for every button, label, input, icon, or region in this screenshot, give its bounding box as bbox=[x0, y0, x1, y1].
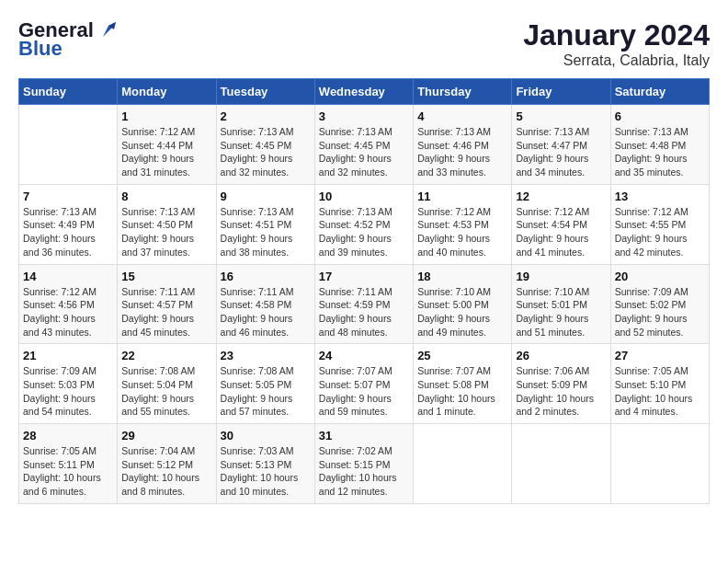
day-info: Sunrise: 7:11 AM Sunset: 4:57 PM Dayligh… bbox=[121, 285, 211, 339]
logo-blue-text: Blue bbox=[18, 37, 63, 61]
calendar-cell: 10Sunrise: 7:13 AM Sunset: 4:52 PM Dayli… bbox=[314, 184, 413, 264]
calendar-cell: 16Sunrise: 7:11 AM Sunset: 4:58 PM Dayli… bbox=[216, 264, 314, 344]
day-info: Sunrise: 7:12 AM Sunset: 4:54 PM Dayligh… bbox=[516, 205, 606, 259]
day-number: 10 bbox=[319, 190, 409, 203]
day-number: 12 bbox=[516, 190, 606, 203]
calendar-cell: 12Sunrise: 7:12 AM Sunset: 4:54 PM Dayli… bbox=[512, 184, 610, 264]
day-number: 11 bbox=[417, 190, 507, 203]
day-info: Sunrise: 7:12 AM Sunset: 4:55 PM Dayligh… bbox=[615, 205, 705, 259]
page-header: General Blue January 2024 Serrata, Calab… bbox=[18, 18, 710, 69]
calendar-cell: 20Sunrise: 7:09 AM Sunset: 5:02 PM Dayli… bbox=[610, 264, 709, 344]
day-number: 14 bbox=[23, 270, 113, 283]
calendar-cell bbox=[512, 424, 610, 504]
calendar-cell: 17Sunrise: 7:11 AM Sunset: 4:59 PM Dayli… bbox=[314, 264, 413, 344]
header-saturday: Saturday bbox=[610, 79, 709, 105]
calendar-table: SundayMondayTuesdayWednesdayThursdayFrid… bbox=[18, 78, 710, 504]
day-info: Sunrise: 7:09 AM Sunset: 5:02 PM Dayligh… bbox=[615, 285, 705, 339]
day-number: 3 bbox=[319, 109, 409, 123]
day-number: 16 bbox=[221, 270, 311, 283]
day-info: Sunrise: 7:06 AM Sunset: 5:09 PM Dayligh… bbox=[516, 364, 606, 419]
calendar-cell bbox=[19, 105, 118, 185]
calendar-cell: 21Sunrise: 7:09 AM Sunset: 5:03 PM Dayli… bbox=[19, 344, 118, 424]
day-info: Sunrise: 7:12 AM Sunset: 4:44 PM Dayligh… bbox=[121, 125, 211, 179]
day-number: 5 bbox=[516, 109, 606, 123]
calendar-cell: 5Sunrise: 7:13 AM Sunset: 4:47 PM Daylig… bbox=[512, 105, 610, 185]
day-number: 18 bbox=[417, 270, 507, 283]
calendar-cell: 25Sunrise: 7:07 AM Sunset: 5:08 PM Dayli… bbox=[414, 344, 512, 424]
calendar-cell: 19Sunrise: 7:10 AM Sunset: 5:01 PM Dayli… bbox=[512, 264, 610, 344]
header-tuesday: Tuesday bbox=[216, 79, 314, 105]
calendar-cell bbox=[610, 424, 709, 504]
calendar-cell: 14Sunrise: 7:12 AM Sunset: 4:56 PM Dayli… bbox=[19, 264, 118, 344]
calendar-header-row: SundayMondayTuesdayWednesdayThursdayFrid… bbox=[19, 79, 710, 105]
day-number: 8 bbox=[121, 190, 211, 203]
day-info: Sunrise: 7:13 AM Sunset: 4:46 PM Dayligh… bbox=[417, 125, 507, 179]
day-info: Sunrise: 7:07 AM Sunset: 5:08 PM Dayligh… bbox=[417, 364, 507, 419]
calendar-cell: 22Sunrise: 7:08 AM Sunset: 5:04 PM Dayli… bbox=[118, 344, 216, 424]
day-number: 23 bbox=[221, 349, 311, 362]
calendar-cell: 7Sunrise: 7:13 AM Sunset: 4:49 PM Daylig… bbox=[19, 184, 118, 264]
day-info: Sunrise: 7:13 AM Sunset: 4:45 PM Dayligh… bbox=[221, 125, 311, 179]
calendar-cell: 13Sunrise: 7:12 AM Sunset: 4:55 PM Dayli… bbox=[610, 184, 709, 264]
calendar-cell: 6Sunrise: 7:13 AM Sunset: 4:48 PM Daylig… bbox=[610, 105, 709, 185]
day-info: Sunrise: 7:03 AM Sunset: 5:13 PM Dayligh… bbox=[221, 444, 311, 499]
day-info: Sunrise: 7:10 AM Sunset: 5:01 PM Dayligh… bbox=[516, 285, 606, 339]
calendar-cell: 23Sunrise: 7:08 AM Sunset: 5:05 PM Dayli… bbox=[216, 344, 314, 424]
day-info: Sunrise: 7:13 AM Sunset: 4:45 PM Dayligh… bbox=[319, 125, 409, 179]
calendar-cell: 8Sunrise: 7:13 AM Sunset: 4:50 PM Daylig… bbox=[118, 184, 216, 264]
logo: General Blue bbox=[18, 18, 116, 61]
day-number: 6 bbox=[615, 109, 705, 123]
day-number: 19 bbox=[516, 270, 606, 283]
day-number: 31 bbox=[319, 429, 409, 442]
day-info: Sunrise: 7:13 AM Sunset: 4:52 PM Dayligh… bbox=[319, 205, 409, 259]
day-info: Sunrise: 7:08 AM Sunset: 5:05 PM Dayligh… bbox=[221, 364, 311, 419]
day-number: 27 bbox=[615, 349, 705, 362]
week-row-5: 28Sunrise: 7:05 AM Sunset: 5:11 PM Dayli… bbox=[19, 424, 710, 504]
calendar-cell: 27Sunrise: 7:05 AM Sunset: 5:10 PM Dayli… bbox=[610, 344, 709, 424]
day-number: 28 bbox=[23, 429, 113, 442]
day-info: Sunrise: 7:13 AM Sunset: 4:47 PM Dayligh… bbox=[516, 125, 606, 179]
day-info: Sunrise: 7:13 AM Sunset: 4:51 PM Dayligh… bbox=[221, 205, 311, 259]
day-info: Sunrise: 7:05 AM Sunset: 5:11 PM Dayligh… bbox=[23, 444, 113, 499]
day-info: Sunrise: 7:11 AM Sunset: 4:59 PM Dayligh… bbox=[319, 285, 409, 339]
header-friday: Friday bbox=[512, 79, 610, 105]
day-number: 26 bbox=[516, 349, 606, 362]
day-info: Sunrise: 7:13 AM Sunset: 4:48 PM Dayligh… bbox=[615, 125, 705, 179]
day-number: 17 bbox=[319, 270, 409, 283]
day-info: Sunrise: 7:13 AM Sunset: 4:49 PM Dayligh… bbox=[23, 205, 113, 259]
day-number: 25 bbox=[417, 349, 507, 362]
day-info: Sunrise: 7:04 AM Sunset: 5:12 PM Dayligh… bbox=[121, 444, 211, 499]
day-number: 13 bbox=[615, 190, 705, 203]
day-info: Sunrise: 7:11 AM Sunset: 4:58 PM Dayligh… bbox=[221, 285, 311, 339]
week-row-3: 14Sunrise: 7:12 AM Sunset: 4:56 PM Dayli… bbox=[19, 264, 710, 344]
day-number: 30 bbox=[221, 429, 311, 442]
calendar-cell: 3Sunrise: 7:13 AM Sunset: 4:45 PM Daylig… bbox=[314, 105, 413, 185]
day-number: 20 bbox=[615, 270, 705, 283]
calendar-cell: 18Sunrise: 7:10 AM Sunset: 5:00 PM Dayli… bbox=[414, 264, 512, 344]
calendar-cell: 26Sunrise: 7:06 AM Sunset: 5:09 PM Dayli… bbox=[512, 344, 610, 424]
day-info: Sunrise: 7:10 AM Sunset: 5:00 PM Dayligh… bbox=[417, 285, 507, 339]
header-wednesday: Wednesday bbox=[314, 79, 413, 105]
day-info: Sunrise: 7:07 AM Sunset: 5:07 PM Dayligh… bbox=[319, 364, 409, 419]
day-number: 15 bbox=[121, 270, 211, 283]
day-info: Sunrise: 7:12 AM Sunset: 4:56 PM Dayligh… bbox=[23, 285, 113, 339]
calendar-cell: 31Sunrise: 7:02 AM Sunset: 5:15 PM Dayli… bbox=[314, 424, 413, 504]
day-number: 24 bbox=[319, 349, 409, 362]
calendar-cell: 24Sunrise: 7:07 AM Sunset: 5:07 PM Dayli… bbox=[314, 344, 413, 424]
day-info: Sunrise: 7:09 AM Sunset: 5:03 PM Dayligh… bbox=[23, 364, 113, 419]
week-row-2: 7Sunrise: 7:13 AM Sunset: 4:49 PM Daylig… bbox=[19, 184, 710, 264]
calendar-cell: 28Sunrise: 7:05 AM Sunset: 5:11 PM Dayli… bbox=[19, 424, 118, 504]
day-info: Sunrise: 7:13 AM Sunset: 4:50 PM Dayligh… bbox=[121, 205, 211, 259]
header-thursday: Thursday bbox=[414, 79, 512, 105]
calendar-cell: 9Sunrise: 7:13 AM Sunset: 4:51 PM Daylig… bbox=[216, 184, 314, 264]
month-title: January 2024 bbox=[523, 18, 710, 52]
day-number: 2 bbox=[221, 109, 311, 123]
title-block: January 2024 Serrata, Calabria, Italy bbox=[523, 18, 710, 69]
day-info: Sunrise: 7:08 AM Sunset: 5:04 PM Dayligh… bbox=[121, 364, 211, 419]
calendar-cell bbox=[414, 424, 512, 504]
calendar-cell: 11Sunrise: 7:12 AM Sunset: 4:53 PM Dayli… bbox=[414, 184, 512, 264]
day-number: 4 bbox=[417, 109, 507, 123]
day-info: Sunrise: 7:05 AM Sunset: 5:10 PM Dayligh… bbox=[615, 364, 705, 419]
calendar-cell: 30Sunrise: 7:03 AM Sunset: 5:13 PM Dayli… bbox=[216, 424, 314, 504]
logo-bird-icon bbox=[96, 20, 116, 40]
